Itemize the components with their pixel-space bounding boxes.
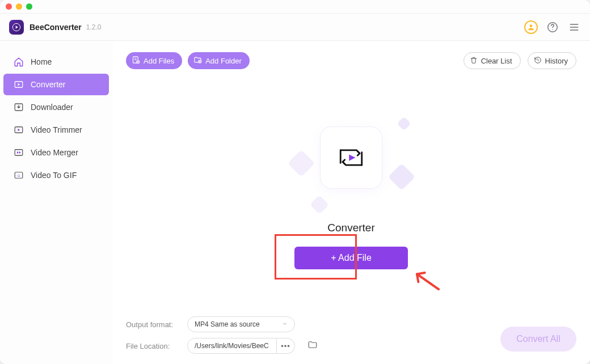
output-format-select[interactable]: MP4 Same as source bbox=[187, 316, 295, 332]
dropzone-illustration bbox=[289, 115, 414, 211]
minimize-window-button[interactable] bbox=[16, 3, 22, 10]
add-folder-button[interactable]: Add Folder bbox=[188, 52, 250, 69]
open-folder-button[interactable] bbox=[307, 340, 318, 352]
home-icon bbox=[14, 57, 24, 67]
file-location-more-button[interactable]: ••• bbox=[277, 338, 295, 354]
add-folder-label: Add Folder bbox=[205, 57, 242, 65]
convert-icon bbox=[334, 141, 368, 175]
sidebar-item-label: Home bbox=[31, 57, 52, 66]
svg-text:G: G bbox=[18, 174, 20, 177]
add-file-button[interactable]: + Add File bbox=[294, 247, 408, 269]
app-version: 1.2.0 bbox=[86, 23, 102, 31]
sidebar: Home Converter Downloader Video Trimmer … bbox=[0, 41, 112, 364]
svg-point-1 bbox=[530, 24, 533, 27]
sidebar-item-label: Downloader bbox=[31, 103, 73, 112]
maximize-window-button[interactable] bbox=[26, 3, 32, 10]
history-button[interactable]: History bbox=[528, 52, 576, 69]
chevron-down-icon bbox=[282, 320, 288, 328]
trimmer-icon bbox=[14, 125, 24, 135]
output-format-value: MP4 Same as source bbox=[195, 320, 260, 328]
window-titlebar bbox=[0, 0, 590, 14]
close-window-button[interactable] bbox=[6, 3, 12, 10]
gif-icon: G bbox=[14, 170, 24, 180]
sidebar-item-downloader[interactable]: Downloader bbox=[3, 96, 109, 118]
sidebar-item-home[interactable]: Home bbox=[3, 51, 109, 73]
menu-button[interactable] bbox=[567, 20, 581, 34]
convert-all-label: Convert All bbox=[516, 334, 560, 344]
toolbar: Add Files Add Folder Clear List bbox=[112, 41, 590, 74]
sidebar-item-label: Video Trimmer bbox=[31, 125, 82, 134]
merger-icon bbox=[14, 147, 24, 158]
output-format-label: Output format: bbox=[126, 320, 180, 329]
help-button[interactable] bbox=[546, 20, 559, 34]
svg-point-3 bbox=[552, 29, 553, 29]
history-label: History bbox=[545, 57, 568, 65]
annotation-arrow bbox=[409, 264, 442, 297]
app-title: BeeConverter bbox=[30, 23, 82, 32]
app-logo bbox=[9, 20, 24, 35]
sidebar-item-trimmer[interactable]: Video Trimmer bbox=[3, 119, 109, 141]
sidebar-item-label: Video To GIF bbox=[31, 171, 77, 180]
add-files-label: Add Files bbox=[144, 57, 174, 65]
footer: Output format: MP4 Same as source File L… bbox=[112, 311, 590, 364]
add-folder-icon bbox=[193, 56, 202, 66]
file-location-label: File Location: bbox=[126, 342, 180, 350]
sidebar-item-gif[interactable]: G Video To GIF bbox=[3, 164, 109, 186]
history-icon bbox=[534, 56, 542, 66]
add-files-button[interactable]: Add Files bbox=[126, 52, 182, 69]
app-header: BeeConverter 1.2.0 bbox=[0, 14, 590, 41]
download-icon bbox=[14, 102, 24, 112]
convert-all-button[interactable]: Convert All bbox=[500, 327, 576, 352]
add-files-icon bbox=[132, 56, 140, 66]
file-location-value: /Users/link/Movies/BeeC bbox=[187, 338, 277, 354]
sidebar-item-label: Converter bbox=[31, 80, 65, 89]
dropzone-title: Converter bbox=[327, 222, 374, 234]
account-button[interactable] bbox=[524, 20, 538, 34]
add-file-label: + Add File bbox=[331, 253, 372, 263]
sidebar-item-converter[interactable]: Converter bbox=[3, 74, 109, 95]
converter-icon bbox=[14, 79, 24, 90]
sidebar-item-label: Video Merger bbox=[31, 148, 78, 157]
sidebar-item-merger[interactable]: Video Merger bbox=[3, 142, 109, 163]
dropzone: Converter + Add File bbox=[112, 74, 590, 311]
clear-list-button[interactable]: Clear List bbox=[463, 52, 521, 69]
clear-list-label: Clear List bbox=[481, 57, 512, 65]
trash-icon bbox=[470, 56, 478, 66]
